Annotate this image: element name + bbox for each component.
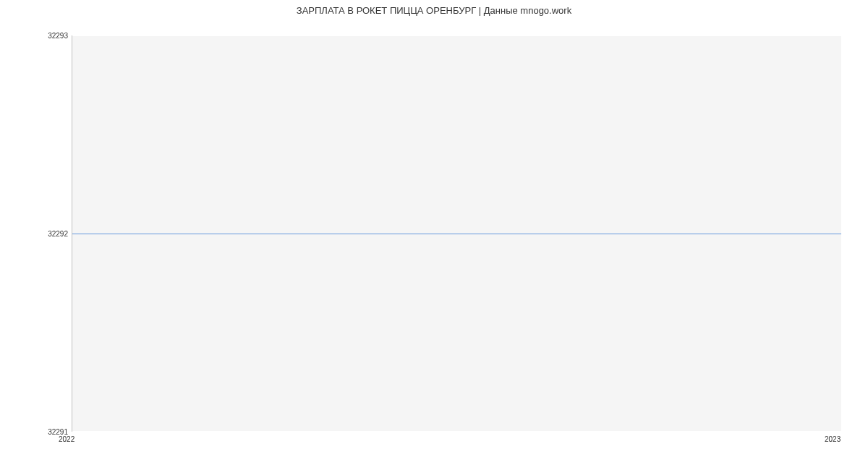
y-tick-mid: 32292	[48, 230, 68, 238]
chart-title: ЗАРПЛАТА В РОКЕТ ПИЦЦА ОРЕНБУРГ | Данные…	[0, 5, 868, 16]
x-tick-left: 2022	[59, 435, 75, 443]
data-line	[72, 234, 841, 234]
y-tick-top: 32293	[48, 32, 68, 40]
x-tick-right: 2023	[825, 435, 841, 443]
gridline-lower	[72, 431, 841, 432]
plot-area	[72, 35, 841, 432]
gridline-upper	[72, 35, 841, 36]
y-tick-bottom: 32291	[48, 428, 68, 436]
